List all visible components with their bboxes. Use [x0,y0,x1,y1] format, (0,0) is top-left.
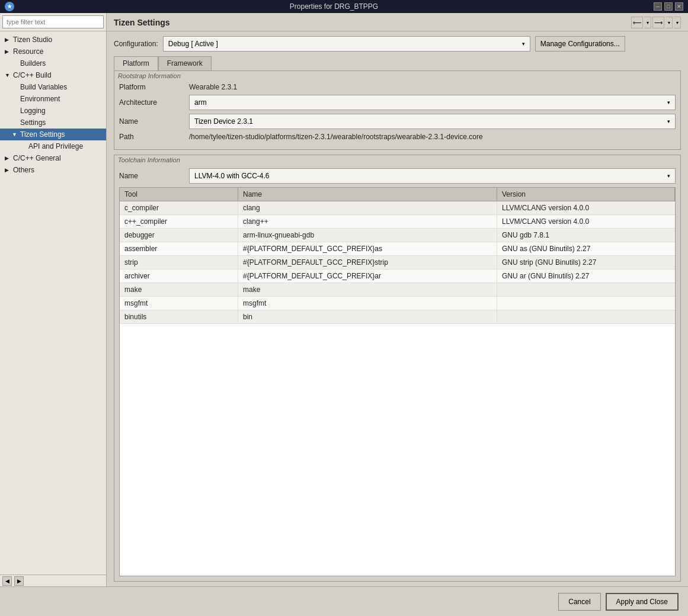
table-row[interactable]: makemake [120,283,675,297]
architecture-arrow: ▾ [667,100,670,105]
cell-name-6: make [238,283,497,296]
table-row[interactable]: c++_compilerclang++LLVM/CLANG version 4.… [120,215,675,229]
toolchain-name-label: Name [119,172,184,180]
rootstrap-section: Rootstrap Information Platform Wearable … [114,70,681,150]
sidebar-item-label-tizen-studio: Tizen Studio [13,36,52,44]
cell-version-0: LLVM/CLANG version 4.0.0 [497,201,675,214]
toolchain-section-title: Toolchain Information [114,155,680,165]
close-button[interactable]: ✕ [675,2,683,11]
toolchain-name-row: Name LLVM-4.0 with GCC-4.6 ▾ [114,165,680,187]
nav-forward-button[interactable]: ⟶ [652,17,664,28]
sidebar-item-c-cpp-general[interactable]: ▶C/C++ General [0,152,106,164]
cell-tool-8: binutils [120,310,238,323]
path-label: Path [119,133,184,141]
minimize-button[interactable]: ─ [654,2,662,11]
filter-input[interactable] [2,15,104,28]
architecture-label: Architecture [119,98,184,107]
nav-forward-dropdown[interactable]: ▾ [665,17,673,28]
apply-close-button[interactable]: Apply and Close [606,593,679,611]
rootstrap-name-label: Name [119,117,184,126]
sidebar-item-api-privilege[interactable]: API and Privilege [0,140,106,152]
cell-name-0: clang [238,201,497,214]
table-row[interactable]: c_compilerclangLLVM/CLANG version 4.0.0 [120,201,675,215]
sidebar-bottom: ◀ ▶ [0,575,106,586]
cell-tool-0: c_compiler [120,201,238,214]
path-value: /home/tylee/tizen-studio/platforms/tizen… [189,133,676,141]
scroll-left-button[interactable]: ◀ [2,576,12,586]
sidebar-item-label-others: Others [13,166,34,174]
rootstrap-name-arrow: ▾ [667,118,670,124]
sidebar-item-resource[interactable]: ▶Resource [0,46,106,57]
dialog-body: ▶Tizen Studio▶ResourceBuilders▼C/C++ Bui… [0,13,688,586]
cell-version-4: GNU strip (GNU Binutils) 2.27 [497,256,675,269]
sidebar-tree: ▶Tizen Studio▶ResourceBuilders▼C/C++ Bui… [0,31,106,575]
cell-version-1: LLVM/CLANG version 4.0.0 [497,215,675,228]
sidebar-item-builders[interactable]: Builders [0,57,106,69]
table-row[interactable]: binutilsbin [120,310,675,324]
sidebar-item-build-variables[interactable]: Build Variables [0,81,106,93]
sidebar-item-label-settings: Settings [20,118,46,127]
cancel-button[interactable]: Cancel [558,593,600,611]
tree-arrow-others: ▶ [5,167,11,173]
platform-row: Platform Wearable 2.3.1 [119,83,676,91]
sidebar-item-label-build-variables: Build Variables [20,83,67,91]
sidebar-item-tizen-settings[interactable]: ▼Tizen Settings [0,129,106,140]
table-row[interactable]: strip#{PLATFORM_DEFAULT_GCC_PREFIX}strip… [120,256,675,270]
tab-platform[interactable]: Platform [114,56,158,70]
sidebar: ▶Tizen Studio▶ResourceBuilders▼C/C++ Bui… [0,13,107,586]
panel-header: Tizen Settings ⟵ ▾ ⟶ ▾ ▾ [107,13,688,31]
architecture-value: arm [194,98,207,107]
platform-value: Wearable 2.3.1 [189,83,237,91]
cell-name-5: #{PLATFORM_DEFAULT_GCC_PREFIX}ar [238,270,497,283]
cell-tool-7: msgfmt [120,297,238,310]
table-header-tool: Tool [120,188,238,201]
sidebar-item-others[interactable]: ▶Others [0,164,106,176]
tree-arrow-c-cpp-general: ▶ [5,155,11,161]
tree-arrow-resource: ▶ [5,49,11,54]
sidebar-item-tizen-studio[interactable]: ▶Tizen Studio [0,34,106,46]
cell-tool-3: assembler [120,242,238,255]
table-row[interactable]: debuggerarm-linux-gnueabi-gdbGNU gdb 7.8… [120,229,675,242]
table-row[interactable]: archiver#{PLATFORM_DEFAULT_GCC_PREFIX}ar… [120,270,675,283]
config-select-wrapper: Debug [ Active ] ▾ [163,36,530,52]
cell-tool-5: archiver [120,270,238,283]
cell-tool-6: make [120,283,238,296]
architecture-dropdown[interactable]: arm ▾ [189,95,676,110]
sidebar-filter[interactable] [0,13,106,31]
window-controls: ─ □ ✕ [654,2,683,11]
sidebar-item-logging[interactable]: Logging [0,105,106,117]
restore-button[interactable]: □ [664,2,673,11]
toolchain-name-dropdown[interactable]: LLVM-4.0 with GCC-4.6 ▾ [189,168,676,184]
tabs-row: PlatformFramework [107,56,688,70]
sidebar-item-label-builders: Builders [20,59,46,68]
table-row[interactable]: assembler#{PLATFORM_DEFAULT_GCC_PREFIX}a… [120,242,675,256]
cell-tool-1: c++_compiler [120,215,238,228]
cell-name-2: arm-linux-gnueabi-gdb [238,229,497,242]
sidebar-item-settings[interactable]: Settings [0,117,106,129]
bottom-bar: Cancel Apply and Close [0,586,688,616]
rootstrap-name-dropdown[interactable]: Tizen Device 2.3.1 ▾ [189,114,676,129]
config-value: Debug [ Active ] [168,40,218,48]
nav-back-dropdown[interactable]: ▾ [644,17,651,28]
sidebar-item-environment[interactable]: Environment [0,93,106,105]
tab-framework[interactable]: Framework [158,56,212,70]
config-label: Configuration: [114,40,158,48]
right-panel: Tizen Settings ⟵ ▾ ⟶ ▾ ▾ Configuration: … [107,13,688,586]
table-row[interactable]: msgfmtmsgfmt [120,297,675,310]
manage-configurations-button[interactable]: Manage Configurations... [535,36,625,52]
table-body[interactable]: c_compilerclangLLVM/CLANG version 4.0.0c… [120,201,675,576]
sidebar-item-label-api-privilege: API and Privilege [28,142,83,150]
config-dropdown[interactable]: Debug [ Active ] ▾ [163,36,530,52]
nav-extra-dropdown[interactable]: ▾ [674,17,681,28]
cell-name-1: clang++ [238,215,497,228]
scroll-right-button[interactable]: ▶ [14,576,24,586]
app-logo: ★ [5,2,14,11]
nav-back-button[interactable]: ⟵ [631,17,643,28]
table-header: ToolNameVersion [120,188,675,201]
tree-arrow-tizen-settings: ▼ [12,131,18,137]
titlebar: ★ Properties for DRG_BTPPG ─ □ ✕ [0,0,688,13]
sidebar-item-c-cpp-build[interactable]: ▼C/C++ Build [0,69,106,81]
rootstrap-section-title: Rootstrap Information [114,71,680,81]
cell-name-8: bin [238,310,497,323]
nav-buttons: ⟵ ▾ ⟶ ▾ ▾ [631,17,681,28]
